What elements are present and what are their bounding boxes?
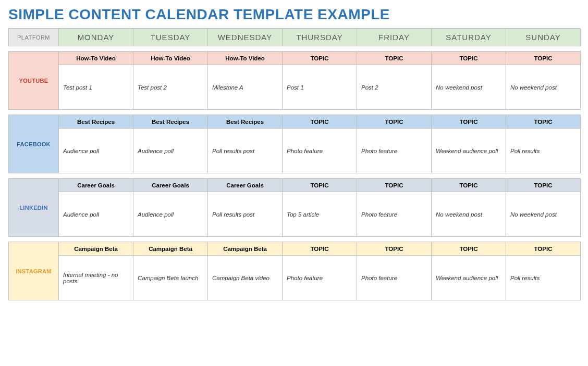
topic-cell: Best Recipes	[133, 115, 208, 129]
topic-cell: TOPIC	[432, 115, 506, 129]
topic-cell: How-To Video	[133, 52, 208, 65]
platform-label-facebook: FACEBOOK	[9, 115, 59, 173]
content-cell: Photo feature	[357, 192, 432, 237]
content-cell: No weekend post	[432, 65, 506, 110]
content-cell: Poll results post	[208, 192, 283, 237]
content-cell: Audience poll	[133, 192, 208, 237]
topic-cell: TOPIC	[432, 52, 506, 65]
content-cell: Post 1	[283, 65, 357, 110]
platform-content-row: Audience pollAudience pollPoll results p…	[9, 129, 581, 173]
platform-content-row: Audience pollAudience pollPoll results p…	[9, 192, 581, 237]
content-cell: Photo feature	[357, 129, 432, 173]
topic-cell: Campaign Beta	[208, 242, 283, 256]
topic-cell: Best Recipes	[208, 115, 283, 129]
calendar-table: PLATFORM MONDAY TUESDAY WEDNESDAY THURSD…	[8, 28, 581, 300]
content-cell: No weekend post	[506, 65, 581, 110]
day-header: MONDAY	[59, 29, 133, 46]
topic-cell: TOPIC	[506, 52, 581, 65]
day-header: SUNDAY	[506, 29, 581, 46]
page-title: SIMPLE CONTENT CALENDAR TEMPLATE EXAMPLE	[8, 6, 580, 23]
day-header: THURSDAY	[283, 29, 357, 46]
content-cell: Campaign Beta launch	[133, 256, 208, 300]
content-cell: Weekend audience poll	[432, 256, 506, 300]
content-cell: Photo feature	[283, 256, 357, 300]
corner-label: PLATFORM	[9, 29, 59, 46]
content-cell: Top 5 article	[283, 192, 357, 237]
content-cell: Photo feature	[283, 129, 357, 173]
header-row: PLATFORM MONDAY TUESDAY WEDNESDAY THURSD…	[9, 29, 581, 46]
content-cell: Test post 2	[133, 65, 208, 110]
platform-label-youtube: YOUTUBE	[9, 52, 59, 110]
content-cell: Internal meeting - no posts	[59, 256, 133, 300]
platform-label-instagram: INSTAGRAM	[9, 242, 59, 300]
content-cell: Audience poll	[59, 192, 133, 237]
content-cell: Poll results post	[208, 129, 283, 173]
platform-label-linkedin: LINKEDIN	[9, 179, 59, 237]
topic-cell: TOPIC	[357, 52, 432, 65]
topic-cell: TOPIC	[283, 242, 357, 256]
topic-cell: Best Recipes	[59, 115, 133, 129]
platform-topic-row: FACEBOOKBest RecipesBest RecipesBest Rec…	[9, 115, 581, 129]
day-header: TUESDAY	[133, 29, 208, 46]
topic-cell: TOPIC	[432, 242, 506, 256]
topic-cell: How-To Video	[59, 52, 133, 65]
platform-topic-row: LINKEDINCareer GoalsCareer GoalsCareer G…	[9, 179, 581, 192]
content-cell: Test post 1	[59, 65, 133, 110]
topic-cell: TOPIC	[357, 115, 432, 129]
content-cell: No weekend post	[506, 192, 581, 237]
topic-cell: TOPIC	[283, 115, 357, 129]
day-header: FRIDAY	[357, 29, 432, 46]
topic-cell: TOPIC	[283, 179, 357, 192]
content-cell: Post 2	[357, 65, 432, 110]
topic-cell: How-To Video	[208, 52, 283, 65]
topic-cell: TOPIC	[506, 179, 581, 192]
platform-topic-row: YOUTUBEHow-To VideoHow-To VideoHow-To Vi…	[9, 52, 581, 65]
topic-cell: Career Goals	[59, 179, 133, 192]
topic-cell: TOPIC	[357, 179, 432, 192]
content-cell: Audience poll	[133, 129, 208, 173]
topic-cell: TOPIC	[506, 115, 581, 129]
platform-content-row: Internal meeting - no postsCampaign Beta…	[9, 256, 581, 300]
content-cell: Weekend audience poll	[432, 129, 506, 173]
topic-cell: Campaign Beta	[59, 242, 133, 256]
topic-cell: Career Goals	[208, 179, 283, 192]
content-cell: No weekend post	[432, 192, 506, 237]
topic-cell: TOPIC	[357, 242, 432, 256]
platform-content-row: Test post 1Test post 2Milestone APost 1P…	[9, 65, 581, 110]
content-cell: Audience poll	[59, 129, 133, 173]
day-header: SATURDAY	[432, 29, 506, 46]
content-cell: Photo feature	[357, 256, 432, 300]
topic-cell: Campaign Beta	[133, 242, 208, 256]
content-cell: Poll results	[506, 256, 581, 300]
content-cell: Milestone A	[208, 65, 283, 110]
topic-cell: TOPIC	[432, 179, 506, 192]
platform-topic-row: INSTAGRAMCampaign BetaCampaign BetaCampa…	[9, 242, 581, 256]
topic-cell: Career Goals	[133, 179, 208, 192]
content-cell: Poll results	[506, 129, 581, 173]
topic-cell: TOPIC	[506, 242, 581, 256]
content-cell: Campaign Beta video	[208, 256, 283, 300]
topic-cell: TOPIC	[283, 52, 357, 65]
day-header: WEDNESDAY	[208, 29, 283, 46]
